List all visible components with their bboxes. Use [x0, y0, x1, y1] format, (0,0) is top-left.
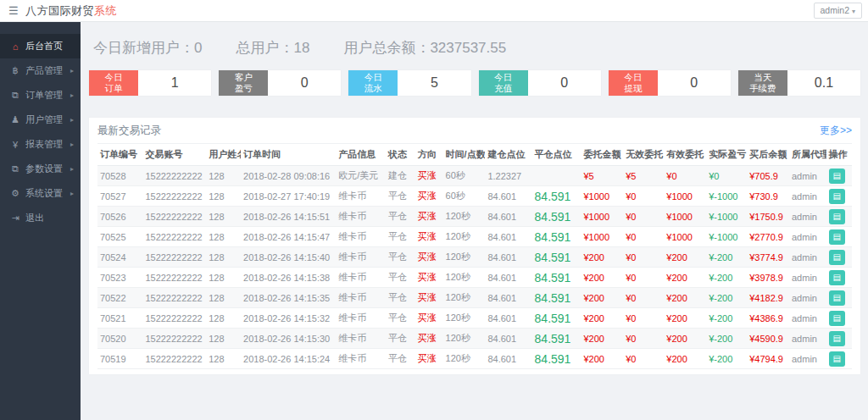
cell-close-point: 84.591 — [532, 268, 581, 288]
sidebar: ⌂ 后台首页 ฿ 产品管理 ▸ ⧉ 订单管理 ▸ ♟ 用户管理 ▸ ¥ 报表管理… — [0, 21, 81, 420]
more-link[interactable]: 更多>> — [820, 118, 852, 143]
order-detail-button[interactable]: ▤ — [829, 270, 845, 285]
cell-product: 维卡币 — [336, 268, 386, 288]
column-header: 方向 — [415, 144, 443, 166]
cell-invalid-entrust: ¥0 — [623, 227, 664, 247]
cell-product: 维卡币 — [336, 247, 386, 268]
cell-entrust-amount: ¥200 — [581, 329, 623, 349]
stat-card-label-line2: 手续费 — [738, 83, 787, 94]
column-header: 委托金额 — [581, 144, 623, 166]
gears-icon: ⚙ — [9, 188, 21, 199]
cell-product: 欧元/美元 — [336, 166, 386, 186]
order-detail-button[interactable]: ▤ — [829, 250, 845, 265]
cell-after-balance: ¥2770.9 — [747, 227, 789, 247]
cell-after-balance: ¥4386.9 — [747, 308, 789, 329]
cell-actual-profit: ¥-200 — [706, 329, 747, 349]
cell-actual-profit: ¥-200 — [706, 247, 747, 268]
cell-order-time: 2018-02-26 14:15:32 — [241, 308, 336, 329]
cell-account: 15222222222 — [142, 207, 206, 227]
order-detail-button[interactable]: ▤ — [829, 311, 845, 326]
column-header: 用户姓名 — [206, 144, 241, 166]
cell-entrust-amount: ¥200 — [581, 308, 623, 329]
table-row: 70520 15222222222 128 2018-02-26 14:15:3… — [97, 329, 852, 349]
order-detail-button[interactable]: ▤ — [829, 169, 845, 184]
user-menu-label: admin2 — [821, 5, 849, 15]
cell-status: 平仓 — [386, 186, 415, 207]
details-icon: ▤ — [832, 273, 840, 282]
main-content: 今日新增用户：0 总用户：18 用户总余额：3237537.55 今日 订单 1… — [81, 21, 868, 420]
sidebar-item-params[interactable]: ⧉ 参数设置 ▸ — [0, 157, 81, 181]
cell-open-point: 84.601 — [485, 349, 531, 369]
details-icon: ▤ — [832, 334, 840, 343]
app-title-main: 八方国际财贸 — [25, 4, 94, 17]
cell-user-name: 128 — [206, 207, 241, 227]
sidebar-item-label: 用户管理 — [25, 113, 63, 126]
order-detail-button[interactable]: ▤ — [829, 290, 845, 306]
column-header: 无效委托 — [623, 144, 664, 166]
cell-user-name: 128 — [206, 329, 241, 349]
cell-entrust-amount: ¥200 — [581, 288, 623, 308]
stat-card-label-line1: 客户 — [219, 72, 268, 83]
stat-card-label-line2: 充值 — [479, 83, 528, 94]
cell-action: ▤ — [826, 186, 852, 207]
chevron-right-icon: ▸ — [70, 116, 74, 124]
cell-direction: 买涨 — [415, 268, 443, 288]
sidebar-item-orders[interactable]: ⧉ 订单管理 ▸ — [0, 83, 81, 108]
sidebar-item-logout[interactable]: ⇥ 退出 — [0, 206, 81, 230]
sidebar-item-label: 系统设置 — [25, 187, 63, 200]
cell-close-point: 84.591 — [532, 247, 581, 268]
cell-duration: 120秒 — [443, 329, 486, 349]
table-row: 70522 15222222222 128 2018-02-26 14:15:3… — [97, 288, 852, 308]
cell-duration: 120秒 — [443, 227, 486, 247]
column-header: 时间/点数 — [443, 144, 486, 166]
stat-cards-row: 今日 订单 1 客户 盈亏 0 今日 流水 5 今日 充值 0 今日 提现 0 — [89, 70, 860, 96]
order-detail-button[interactable]: ▤ — [829, 189, 845, 204]
cell-open-point: 84.601 — [485, 268, 531, 288]
order-detail-button[interactable]: ▤ — [829, 331, 845, 346]
cell-actual-profit: ¥0 — [706, 166, 747, 186]
cell-after-balance: ¥4590.9 — [747, 329, 789, 349]
sidebar-item-products[interactable]: ฿ 产品管理 ▸ — [0, 58, 81, 83]
bitcoin-icon: ฿ — [9, 65, 21, 76]
stat-card-label-line1: 今日 — [479, 72, 528, 83]
cell-invalid-entrust: ¥0 — [623, 349, 664, 369]
cell-order-no: 70521 — [97, 308, 142, 329]
order-detail-button[interactable]: ▤ — [829, 351, 845, 367]
cell-direction: 买涨 — [415, 227, 443, 247]
table-row: 70526 15222222222 128 2018-02-26 14:15:5… — [97, 207, 852, 227]
cell-close-point: 84.591 — [532, 349, 581, 369]
cell-after-balance: ¥1750.9 — [747, 207, 789, 227]
cell-order-time: 2018-02-28 09:08:16 — [241, 166, 336, 186]
sidebar-item-reports[interactable]: ¥ 报表管理 ▸ — [0, 132, 81, 157]
sidebar-toggle-icon[interactable]: ☰ — [8, 0, 19, 21]
cell-order-time: 2018-02-26 14:15:40 — [241, 247, 336, 268]
user-menu-button[interactable]: admin2▾ — [814, 3, 862, 19]
cell-order-time: 2018-02-26 14:15:38 — [241, 268, 336, 288]
cell-valid-entrust: ¥200 — [664, 308, 706, 329]
files-icon: ⧉ — [9, 163, 21, 174]
cell-direction: 买涨 — [415, 166, 443, 186]
summary-stat-value: 18 — [293, 40, 309, 56]
cell-after-balance: ¥4794.9 — [747, 349, 789, 369]
cell-valid-entrust: ¥1000 — [664, 186, 706, 207]
cell-status: 平仓 — [386, 268, 415, 288]
logout-icon: ⇥ — [9, 213, 21, 224]
sidebar-item-system[interactable]: ⚙ 系统设置 ▸ — [0, 181, 81, 206]
cell-action: ▤ — [826, 288, 852, 308]
summary-stat: 总用户：18 — [236, 38, 309, 58]
summary-stat-label: 总用户： — [236, 40, 293, 56]
cell-account: 15222222222 — [142, 268, 206, 288]
cell-order-no: 70524 — [97, 247, 142, 268]
stat-card-label-line2: 流水 — [348, 83, 398, 94]
sidebar-item-label: 产品管理 — [25, 64, 63, 77]
cell-account: 15222222222 — [142, 227, 206, 247]
cell-actual-profit: ¥-1000 — [706, 207, 747, 227]
order-detail-button[interactable]: ▤ — [829, 209, 845, 224]
latest-trades-panel: 最新交易记录 更多>> 订单编号 交易账号 用户姓名 订单时间 产品信息 状态 … — [89, 118, 860, 374]
stat-card-label-line1: 今日 — [89, 72, 138, 83]
sidebar-item-dashboard[interactable]: ⌂ 后台首页 — [0, 34, 81, 58]
cell-status: 平仓 — [386, 288, 415, 308]
sidebar-item-users[interactable]: ♟ 用户管理 ▸ — [0, 108, 81, 132]
column-header: 有效委托 — [664, 144, 706, 166]
order-detail-button[interactable]: ▤ — [829, 229, 845, 245]
